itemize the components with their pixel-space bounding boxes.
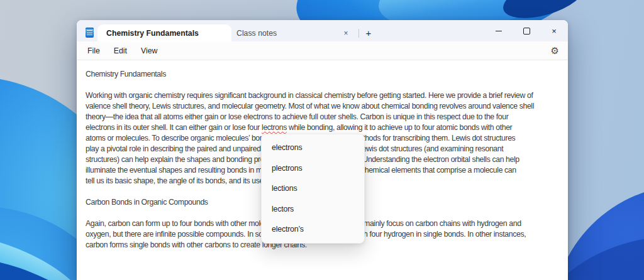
notepad-icon-lines [87, 30, 92, 36]
minimize-button[interactable] [485, 20, 513, 41]
tab-label: Class notes [236, 29, 340, 38]
new-tab-button[interactable]: + [360, 24, 377, 41]
paragraph-line: valence shell theory, Lewis structures, … [86, 101, 568, 112]
tab-close-icon[interactable]: × [340, 29, 352, 38]
suggestion-lections[interactable]: lections [262, 178, 364, 199]
paragraph-line-with-misspelling: electrons in its outer shell. It can eit… [86, 122, 568, 133]
title-bar[interactable]: Chemistry Fundamentals Class notes × + × [77, 20, 568, 41]
window-controls: × [485, 20, 568, 41]
tab-divider [358, 29, 359, 38]
suggestion-electrons[interactable]: electrons [262, 137, 364, 158]
minimize-icon [496, 31, 502, 31]
misspell-suffix: while bonding, allowing it to achieve up… [287, 123, 512, 132]
notepad-app-icon [86, 28, 94, 38]
paragraph-line: Working with organic chemistry requires … [86, 90, 568, 101]
suggestion-electrons-apostrophe[interactable]: electron’s [262, 219, 364, 240]
settings-gear-icon[interactable]: ⚙ [551, 46, 559, 55]
screenshot-stage: Chemistry Fundamentals Class notes × + × [0, 0, 644, 280]
tab-label: Chemistry Fundamentals [106, 29, 199, 38]
menu-edit[interactable]: Edit [107, 46, 134, 55]
tab-chemistry-fundamentals[interactable]: Chemistry Fundamentals [97, 24, 231, 41]
menu-view[interactable]: View [134, 46, 164, 55]
tab-class-notes[interactable]: Class notes × [231, 24, 357, 41]
menu-bar: File Edit View ⚙ [77, 41, 568, 60]
paragraph-line: theory—the idea that all atoms either ga… [86, 112, 568, 122]
doc-title-line: Chemistry Fundamentals [86, 69, 568, 80]
suggestion-lectors[interactable]: lectors [262, 199, 364, 220]
close-button[interactable]: × [540, 20, 568, 41]
maximize-icon [523, 28, 530, 35]
misspelled-word[interactable]: lectrons [262, 123, 287, 132]
misspell-prefix: electrons in its outer shell. It can eit… [86, 123, 262, 132]
menu-file[interactable]: File [86, 46, 107, 55]
blank-line [86, 80, 568, 90]
spellcheck-suggestions-menu: electrons plectrons lections lectors ele… [261, 134, 365, 244]
maximize-button[interactable] [513, 20, 540, 41]
suggestion-plectrons[interactable]: plectrons [262, 158, 364, 179]
